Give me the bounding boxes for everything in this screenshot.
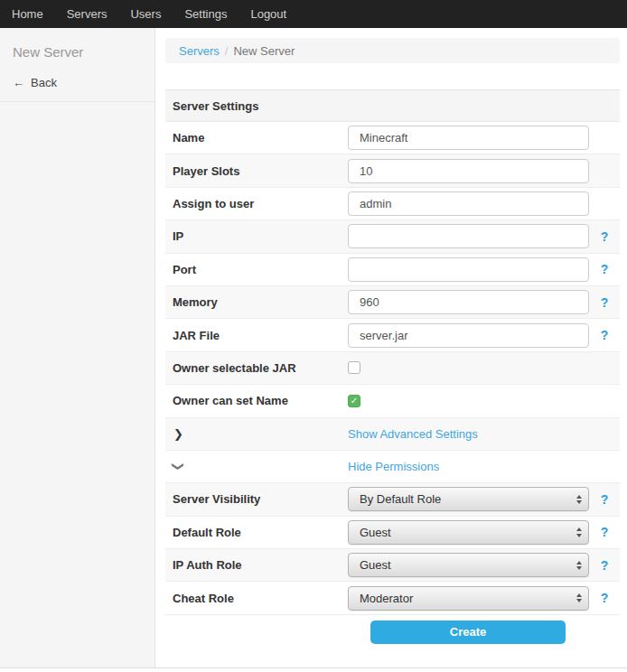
select-value: Moderator xyxy=(360,592,413,605)
hide-permissions-link[interactable]: Hide Permissions xyxy=(348,460,439,473)
field-control: Guest xyxy=(348,553,589,577)
form-row-owner-selectable-jar: Owner selectable JAR xyxy=(165,352,620,385)
cheat-role-select[interactable]: Moderator xyxy=(348,586,589,611)
assign-to-user-input[interactable] xyxy=(348,191,589,216)
field-control xyxy=(348,159,589,183)
player-slots-input[interactable] xyxy=(348,159,589,183)
form-row-player-slots: Player Slots xyxy=(165,154,620,187)
page-layout: New Server ← Back Servers / New Server S… xyxy=(0,28,627,668)
back-button[interactable]: ← Back xyxy=(0,70,154,102)
help-cell: ? xyxy=(589,263,620,275)
select-value: Guest xyxy=(360,558,391,572)
form-row-port: Port? xyxy=(165,254,620,286)
field-label-ip: IP xyxy=(165,229,348,243)
name-input[interactable] xyxy=(348,126,589,150)
field-control xyxy=(348,323,589,348)
help-icon[interactable]: ? xyxy=(601,263,609,275)
form-row-ip: IP? xyxy=(165,220,620,253)
help-cell: ? xyxy=(589,493,620,506)
field-control: ✓ xyxy=(348,395,589,407)
form-row-jar-file: JAR File? xyxy=(165,319,620,351)
nav-item-logout[interactable]: Logout xyxy=(239,0,298,28)
help-cell: ? xyxy=(589,592,620,604)
field-label-cheat-role: Cheat Role xyxy=(165,592,348,605)
form-row-owner-can-set-name: Owner can set Name✓ xyxy=(165,385,620,417)
owner-selectable-jar-checkbox[interactable] xyxy=(348,361,360,374)
help-icon[interactable]: ? xyxy=(601,559,609,572)
field-label-jar-file: JAR File xyxy=(165,329,348,342)
field-label-default-role: Default Role xyxy=(165,526,348,539)
chevron-right-icon[interactable]: ❯ xyxy=(165,427,348,441)
field-label-assign-to-user: Assign to user xyxy=(165,197,348,210)
create-button[interactable]: Create xyxy=(370,621,566,644)
field-label-owner-selectable-jar: Owner selectable JAR xyxy=(165,361,348,375)
help-cell: ? xyxy=(589,526,620,538)
field-label-owner-can-set-name: Owner can set Name xyxy=(165,394,348,407)
help-icon[interactable]: ? xyxy=(601,526,609,538)
chevron-glyph: ❯ xyxy=(172,462,185,471)
nav-item-settings[interactable]: Settings xyxy=(173,0,239,28)
help-icon[interactable]: ? xyxy=(601,230,609,243)
breadcrumb-current: New Server xyxy=(233,44,295,58)
help-cell: ? xyxy=(589,559,620,572)
field-control xyxy=(348,126,589,150)
field-control: By Default Role xyxy=(348,487,589,511)
form-row-cheat-role: Cheat RoleModerator? xyxy=(165,582,620,614)
help-icon[interactable]: ? xyxy=(601,592,609,604)
field-control xyxy=(348,257,589,282)
select-spinner-icon xyxy=(576,561,582,571)
field-control xyxy=(348,224,589,248)
nav-item-home[interactable]: Home xyxy=(0,0,55,28)
select-spinner-icon xyxy=(576,593,582,603)
nav-item-users[interactable]: Users xyxy=(118,0,173,28)
help-cell: ? xyxy=(589,296,620,309)
port-input[interactable] xyxy=(348,257,589,282)
select-value: By Default Role xyxy=(360,492,441,506)
form-row-server-visibility: Server VisibilityBy Default Role? xyxy=(165,483,620,516)
navbar: HomeServersUsersSettingsLogout xyxy=(0,0,627,28)
jar-file-input[interactable] xyxy=(348,323,589,348)
field-control xyxy=(348,191,589,216)
default-role-select[interactable]: Guest xyxy=(348,520,589,545)
select-value: Guest xyxy=(360,526,391,539)
field-control: Guest xyxy=(348,520,589,545)
form-row-name: Name xyxy=(165,122,620,154)
ip-auth-role-select[interactable]: Guest xyxy=(348,553,589,577)
sidebar: New Server ← Back xyxy=(0,28,155,667)
memory-input[interactable] xyxy=(348,290,589,314)
server-visibility-select[interactable]: By Default Role xyxy=(348,487,589,511)
form-row-assign-to-user: Assign to user xyxy=(165,188,620,220)
ip-input[interactable] xyxy=(348,224,589,248)
form-submit-row: Create xyxy=(165,615,620,651)
back-label: Back xyxy=(31,76,57,89)
help-icon[interactable]: ? xyxy=(601,296,609,309)
form-section-header: Server Settings xyxy=(165,89,620,122)
form-rows: NamePlayer SlotsAssign to userIP?Port?Me… xyxy=(165,122,620,615)
form-row-memory: Memory? xyxy=(165,286,620,319)
help-icon[interactable]: ? xyxy=(601,329,609,341)
page-title: New Server xyxy=(0,39,154,70)
form-row-default-role: Default RoleGuest? xyxy=(165,517,620,549)
field-label-memory: Memory xyxy=(165,295,348,309)
field-control: Moderator xyxy=(348,586,589,611)
help-icon[interactable]: ? xyxy=(601,493,609,506)
nav-item-servers[interactable]: Servers xyxy=(55,0,119,28)
breadcrumb-separator: / xyxy=(225,44,229,58)
field-label-ip-auth-role: IP Auth Role xyxy=(165,558,348,572)
help-cell: ? xyxy=(589,329,620,341)
field-label-server-visibility: Server Visibility xyxy=(165,492,348,506)
owner-can-set-name-checkbox[interactable]: ✓ xyxy=(348,395,360,407)
back-arrow-icon: ← xyxy=(13,76,24,89)
field-label-player-slots: Player Slots xyxy=(165,164,348,178)
form-row-ip-auth-role: IP Auth RoleGuest? xyxy=(165,549,620,582)
main-content: Servers / New Server Server Settings Nam… xyxy=(155,28,627,667)
chevron-glyph: ❯ xyxy=(173,427,183,441)
field-control xyxy=(348,290,589,314)
chevron-down-icon[interactable]: ❯ xyxy=(165,460,348,473)
form-row-show-advanced-settings: ❯Show Advanced Settings xyxy=(165,418,620,451)
show-advanced-settings-link[interactable]: Show Advanced Settings xyxy=(348,427,478,441)
breadcrumb-servers-link[interactable]: Servers xyxy=(179,44,220,58)
form-row-hide-permissions: ❯Hide Permissions xyxy=(165,451,620,483)
form-table: Server Settings NamePlayer SlotsAssign t… xyxy=(165,89,620,651)
field-label-port: Port xyxy=(165,263,348,276)
